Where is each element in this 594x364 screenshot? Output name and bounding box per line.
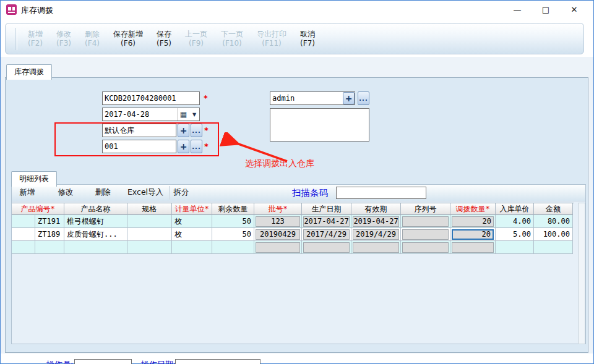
col-header-transfer-qty[interactable]: 调拨数量* (450, 203, 496, 215)
cell-transfer-qty[interactable]: 20 (450, 215, 496, 228)
cell-serial-no-value[interactable] (402, 242, 449, 253)
window-title: 库存调拨 (21, 5, 53, 16)
cell-expiry-date-value[interactable]: 2019-04-27 (353, 216, 399, 227)
cell-remaining-qty[interactable]: 50 (212, 228, 254, 241)
toolbar-next-page-label: 下一页 (221, 30, 243, 39)
toolbar-next-page-fkey: (F10) (221, 39, 243, 48)
cell-serial-no[interactable] (401, 215, 450, 228)
cell-batch-no-value[interactable]: 20190429 (256, 229, 300, 240)
cell-inbound-price[interactable] (496, 241, 534, 254)
cell-amount[interactable]: 100.00 (534, 228, 573, 241)
cell-production-date-value[interactable] (303, 242, 350, 253)
col-header-spec[interactable]: 规格 (127, 203, 172, 215)
detail-split-button[interactable]: 拆分 (166, 187, 197, 198)
col-header-serial-no[interactable]: 序列号 (401, 203, 450, 215)
cell-batch-no-value[interactable] (256, 242, 300, 253)
tab-inventory-transfer[interactable]: 库存调拨 (6, 64, 52, 80)
cell-unit[interactable] (172, 241, 212, 254)
cell-batch-no[interactable]: 20190429 (254, 228, 302, 241)
cell-serial-no[interactable] (401, 241, 450, 254)
close-icon[interactable]: ✕ (560, 1, 588, 17)
row-indicator (12, 228, 35, 241)
cell-product-code[interactable]: ZT191 (35, 215, 64, 228)
cell-transfer-qty-selected[interactable]: 20 (450, 228, 496, 241)
cell-serial-no-value[interactable] (402, 216, 449, 227)
cell-product-code[interactable]: ZT189 (35, 228, 64, 241)
detail-excel-import-button[interactable]: Excel导入 (122, 187, 169, 198)
col-header-product-name[interactable]: 产品名称 (64, 203, 127, 215)
row-indicator (12, 215, 35, 228)
col-header-remaining-qty[interactable]: 剩余数量 (212, 203, 254, 215)
col-header-batch-no[interactable]: 批号* (254, 203, 302, 215)
order-date-picker[interactable]: 2017-04-28 ▦ ▼ (102, 108, 200, 121)
cell-transfer-qty-value[interactable]: 20 (452, 229, 494, 240)
cell-serial-no-value[interactable] (402, 229, 449, 240)
order-date-value: 2017-04-28 (103, 110, 177, 119)
minimize-icon[interactable]: — (503, 1, 532, 17)
cell-expiry-date-value[interactable] (353, 242, 399, 253)
col-header-unit[interactable]: 计量单位* (172, 203, 212, 215)
cell-inbound-price[interactable]: 5.00 (496, 228, 534, 241)
cell-unit[interactable]: 枚 (172, 228, 212, 241)
cell-inbound-price[interactable]: 4.00 (496, 215, 534, 228)
shipper-add-button[interactable]: + (343, 92, 355, 104)
cell-production-date[interactable] (302, 241, 351, 254)
cell-remaining-qty[interactable] (212, 241, 254, 254)
cell-spec[interactable] (127, 215, 172, 228)
toolbar-save-new-label: 保存新增 (113, 30, 143, 39)
cell-production-date-value[interactable]: 2017-04-27 (303, 216, 350, 227)
operation-date-input[interactable] (175, 359, 260, 364)
cell-product-name[interactable] (64, 241, 127, 254)
cell-expiry-date[interactable]: 2019/4/29 (351, 228, 401, 241)
cell-spec[interactable] (127, 228, 172, 241)
detail-new-button[interactable]: 新增 (12, 187, 43, 198)
chevron-down-icon[interactable]: ▼ (189, 108, 199, 121)
cell-batch-no-value[interactable]: 123 (256, 216, 300, 227)
cell-amount[interactable]: 80.00 (534, 215, 573, 228)
toolbar-save-label: 保存 (157, 30, 171, 39)
toolbar-delete-button: 删除 (F4) (78, 30, 106, 48)
col-header-inbound-price[interactable]: 入库单价 (496, 203, 534, 215)
cell-expiry-date-value[interactable]: 2019/4/29 (353, 229, 399, 240)
cell-spec[interactable] (127, 241, 172, 254)
operator-input[interactable] (74, 359, 132, 364)
cell-production-date[interactable]: 2017-04-27 (302, 215, 351, 228)
cell-product-name[interactable]: 椎弓根螺钉 (64, 215, 127, 228)
detail-edit-button[interactable]: 修改 (50, 187, 81, 198)
cell-product-name[interactable]: 皮质骨螺钉... (64, 228, 127, 241)
maximize-icon[interactable]: □ (532, 1, 560, 17)
cell-expiry-date[interactable] (351, 241, 401, 254)
cell-serial-no[interactable] (401, 228, 450, 241)
toolbar-save-button[interactable]: 保存 (F5) (150, 30, 178, 48)
toolbar-edit-label: 修改 (56, 30, 71, 39)
toolbar-cancel-button[interactable]: 取消 (F7) (293, 30, 322, 48)
row-indicator (12, 241, 35, 254)
detail-delete-button[interactable]: 删除 (87, 187, 118, 198)
tab-detail-list[interactable]: 明细列表 (11, 171, 57, 187)
cell-production-date[interactable]: 2017/4/29 (302, 228, 351, 241)
order-no-input[interactable] (102, 91, 200, 105)
cell-product-code[interactable] (35, 241, 64, 254)
cell-amount[interactable] (534, 241, 573, 254)
cell-expiry-date[interactable]: 2019-04-27 (351, 215, 401, 228)
col-header-amount[interactable]: 金额 (534, 203, 573, 215)
cell-unit[interactable]: 枚 (172, 215, 212, 228)
cell-transfer-qty-value[interactable]: 20 (452, 216, 494, 227)
col-header-product-code[interactable]: 产品编号* (12, 203, 64, 215)
cell-batch-no[interactable] (254, 241, 302, 254)
cell-remaining-qty[interactable]: 50 (212, 215, 254, 228)
scan-barcode-input[interactable] (336, 187, 426, 199)
cell-transfer-qty-value[interactable] (452, 242, 494, 253)
toolbar-save-new-button[interactable]: 保存新增 (F6) (106, 30, 150, 48)
col-header-production-date[interactable]: 生产日期 (302, 203, 351, 215)
calendar-icon[interactable]: ▦ (177, 108, 189, 121)
toolbar-save-fkey: (F5) (157, 39, 171, 48)
cell-batch-no[interactable]: 123 (254, 215, 302, 228)
cell-transfer-qty[interactable] (450, 241, 496, 254)
col-header-expiry-date[interactable]: 有效期 (351, 203, 401, 215)
warehouse-highlight-box (54, 122, 219, 156)
table-vertical-scrollbar[interactable] (578, 203, 585, 344)
cell-production-date-value[interactable]: 2017/4/29 (303, 229, 350, 240)
shipper-picker[interactable]: admin + (270, 91, 355, 105)
shipper-browse-button[interactable]: ... (358, 91, 369, 105)
